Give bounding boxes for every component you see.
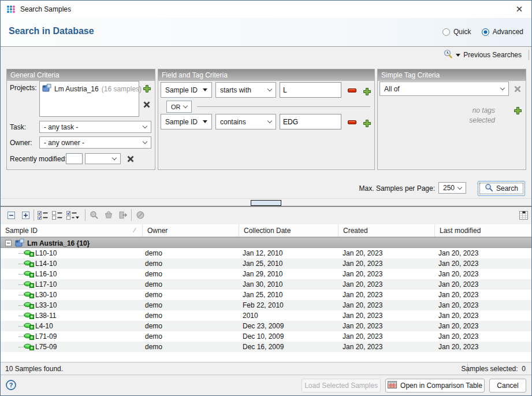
chevron-down-icon <box>112 156 117 160</box>
owner-cell: demo <box>145 301 162 309</box>
operator-select-1[interactable]: starts with <box>215 82 276 98</box>
collapse-group-icon[interactable] <box>5 240 12 246</box>
clear-recently-modified-button[interactable] <box>125 153 136 165</box>
table-row[interactable]: L71-09 demo Dec 10, 2009 Jan 20, 2023 Ja… <box>1 331 531 342</box>
remove-project-button[interactable] <box>141 99 152 110</box>
collection-date-cell: Jan 30, 2010 <box>243 280 282 288</box>
previous-searches-icon <box>443 49 453 61</box>
collection-date-cell: Dec 23, 2009 <box>243 322 284 330</box>
table-row[interactable]: L14-10 demo Jan 25, 2010 Jan 20, 2023 Ja… <box>1 258 531 269</box>
max-samples-dropdown[interactable]: 250 <box>438 182 466 194</box>
created-cell: Jan 20, 2023 <box>343 260 382 268</box>
owner-cell: demo <box>145 332 162 341</box>
samples-selected-count: 0 <box>522 365 526 373</box>
advanced-mode-label: Advanced <box>493 28 523 36</box>
search-button[interactable]: Search <box>478 181 525 196</box>
column-header-last-modified[interactable]: Last modified <box>435 224 531 236</box>
last-modified-cell: Jan 20, 2023 <box>438 249 478 257</box>
previous-searches-button[interactable]: Previous Searches <box>443 49 529 61</box>
recently-modified-count-input[interactable] <box>66 153 83 164</box>
remove-criterion-button-2[interactable] <box>346 116 358 128</box>
clear-tags-button[interactable] <box>512 83 523 95</box>
owner-cell: demo <box>145 270 162 278</box>
add-tag-button[interactable] <box>512 105 523 116</box>
owner-cell: demo <box>145 322 162 330</box>
quick-mode-radio[interactable]: Quick <box>442 28 471 36</box>
add-project-button[interactable] <box>141 83 152 94</box>
check-all-button[interactable] <box>36 208 50 222</box>
task-dropdown[interactable]: - any task - <box>39 121 151 133</box>
join-operator-dropdown[interactable]: OR <box>166 101 192 113</box>
quick-mode-label: Quick <box>453 28 471 36</box>
recently-modified-label: Recently modified: <box>10 155 67 163</box>
table-row[interactable]: L38-11 demo 2010 Jan 20, 2023 Jan 20, 20… <box>1 310 531 321</box>
uncheck-all-button[interactable] <box>50 208 64 222</box>
table-row[interactable]: L16-10 demo Jan 29, 2010 Jan 20, 2023 Ja… <box>1 269 531 279</box>
table-row[interactable]: L4-10 demo Dec 23, 2009 Jan 20, 2023 Jan… <box>1 321 531 331</box>
owner-cell: demo <box>145 249 162 257</box>
previous-searches-label: Previous Searches <box>463 51 522 59</box>
criterion-value-input-1[interactable] <box>280 82 341 98</box>
criterion-value-input-2[interactable] <box>280 114 341 129</box>
cancel-button[interactable]: Cancel <box>489 379 526 393</box>
tag-criteria-title: Simple Tag Criteria <box>378 69 526 81</box>
column-header-sample-id[interactable]: Sample ID ∕ <box>1 224 143 236</box>
advanced-mode-radio[interactable]: Advanced <box>482 28 523 36</box>
title-bar[interactable]: Search Samples ✕ <box>1 1 531 18</box>
column-properties-button[interactable] <box>516 208 530 222</box>
column-header-collection-date[interactable]: Collection Date <box>239 224 338 236</box>
splitter-handle[interactable] <box>251 200 281 206</box>
table-row[interactable]: L30-10 demo Jan 25, 2010 Jan 20, 2023 Ja… <box>1 290 531 300</box>
last-modified-cell: Jan 20, 2023 <box>438 260 478 268</box>
sample-id-cell: L17-10 <box>35 280 57 288</box>
collect-samples-button-disabled[interactable] <box>102 208 116 222</box>
expand-all-button[interactable] <box>18 208 32 222</box>
radio-off-icon <box>442 28 450 36</box>
sample-icon <box>24 312 34 321</box>
check-options-button[interactable] <box>64 208 81 222</box>
results-table: Sample ID ∕ Owner Collection Date Create… <box>1 224 531 362</box>
collection-date-cell: Feb 22, 2010 <box>243 301 284 309</box>
sample-id-cell: L10-10 <box>35 249 57 257</box>
collection-date-cell: Jan 29, 2010 <box>243 270 282 278</box>
owner-cell: demo <box>145 260 162 268</box>
table-row[interactable]: L75-09 demo Dec 16, 2009 Jan 20, 2023 Ja… <box>1 342 531 352</box>
close-button[interactable]: ✕ <box>509 2 529 17</box>
owner-dropdown[interactable]: - any owner - <box>39 136 151 149</box>
project-item[interactable]: Lm Austria_16 (16 samples) <box>40 82 139 96</box>
owner-cell: demo <box>145 343 162 351</box>
field-select-2[interactable]: Sample ID <box>161 114 212 129</box>
export-results-button-disabled[interactable] <box>116 208 130 222</box>
collapse-all-button[interactable] <box>4 208 18 222</box>
table-row[interactable]: L33-10 demo Feb 22, 2010 Jan 20, 2023 Ja… <box>1 300 531 310</box>
column-header-created[interactable]: Created <box>338 224 435 236</box>
last-modified-cell: Jan 20, 2023 <box>438 322 478 330</box>
group-label: Lm Austria_16 {10} <box>27 239 90 247</box>
help-button[interactable]: ? <box>5 379 17 391</box>
samples-selected-text: Samples selected: 0 <box>462 365 526 373</box>
load-selected-samples-button[interactable]: Load Selected Samples <box>302 379 381 393</box>
find-in-results-button-disabled[interactable] <box>87 208 101 222</box>
table-row[interactable]: L17-10 demo Jan 30, 2010 Jan 20, 2023 Ja… <box>1 279 531 290</box>
open-in-comparison-table-button[interactable]: Open in Comparison Table <box>385 379 485 393</box>
group-row[interactable]: Lm Austria_16 {10} <box>1 237 531 248</box>
column-header-owner[interactable]: Owner <box>143 224 239 236</box>
clear-search-button-disabled[interactable] <box>133 208 147 222</box>
tag-mode-dropdown[interactable]: All of <box>380 82 509 96</box>
operator-select-2[interactable]: contains <box>215 114 276 129</box>
projects-listbox[interactable]: Lm Austria_16 (16 samples) <box>39 81 139 117</box>
table-rows: L10-10 demo Jan 12, 2010 Jan 20, 2023 Ja… <box>1 248 531 353</box>
field-select-1[interactable]: Sample ID <box>161 82 212 98</box>
add-criterion-button-1[interactable] <box>361 86 373 97</box>
add-criterion-button-2[interactable] <box>361 117 373 129</box>
remove-criterion-button-1[interactable] <box>346 84 358 96</box>
table-header: Sample ID ∕ Owner Collection Date Create… <box>1 224 531 237</box>
created-cell: Jan 20, 2023 <box>343 270 382 278</box>
sample-icon <box>24 302 34 310</box>
created-cell: Jan 20, 2023 <box>343 312 382 320</box>
sample-icon <box>24 260 34 269</box>
sample-icon <box>24 333 34 342</box>
comparison-table-icon <box>388 380 397 391</box>
table-row[interactable]: L10-10 demo Jan 12, 2010 Jan 20, 2023 Ja… <box>1 248 531 258</box>
recently-modified-unit-dropdown[interactable] <box>85 153 121 164</box>
